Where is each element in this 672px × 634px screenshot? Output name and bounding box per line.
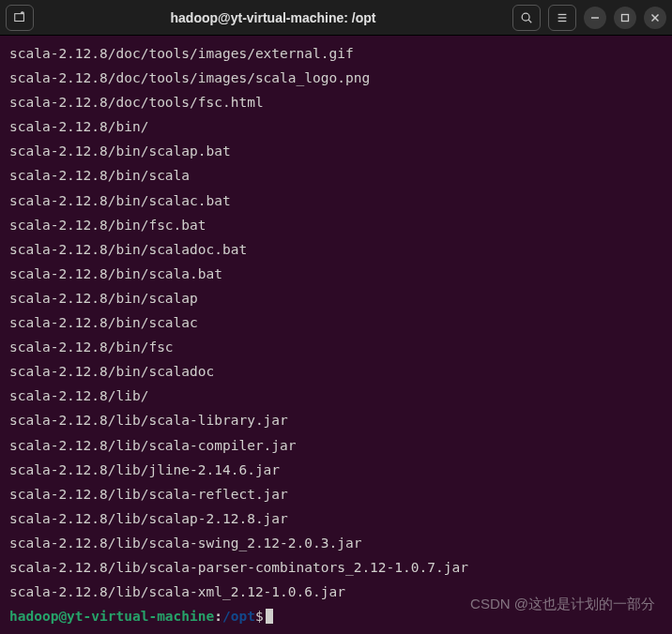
hamburger-icon	[556, 11, 569, 24]
new-tab-button[interactable]	[6, 5, 34, 31]
output-line: scala-2.12.8/bin/scalap.bat	[9, 139, 663, 163]
output-line: scala-2.12.8/bin/scaladoc.bat	[9, 237, 663, 262]
minimize-icon	[590, 13, 600, 23]
cursor	[266, 609, 273, 624]
output-line: scala-2.12.8/bin/scalac.bat	[9, 189, 663, 213]
new-tab-icon	[13, 11, 26, 24]
prompt-path: /opt	[222, 609, 255, 624]
output-line: scala-2.12.8/lib/scala-parser-combinator…	[9, 555, 663, 580]
svg-rect-0	[15, 13, 24, 21]
prompt-colon: :	[214, 609, 222, 624]
search-button[interactable]	[512, 5, 541, 31]
output-line: scala-2.12.8/bin/scala.bat	[9, 262, 663, 286]
maximize-icon	[620, 13, 630, 23]
output-line: scala-2.12.8/bin/fsc	[9, 335, 663, 359]
prompt-user-host: hadoop@yt-virtual-machine	[9, 609, 214, 624]
output-line: scala-2.12.8/bin/scalac	[9, 310, 663, 335]
output-line: scala-2.12.8/doc/tools/fsc.html	[9, 90, 663, 114]
output-line: scala-2.12.8/doc/tools/images/scala_logo…	[9, 66, 663, 90]
output-line: scala-2.12.8/lib/scala-reflect.jar	[9, 482, 663, 506]
output-line: scala-2.12.8/bin/fsc.bat	[9, 213, 663, 237]
terminal-area[interactable]: scala-2.12.8/doc/tools/images/external.g…	[0, 36, 672, 634]
search-icon	[520, 11, 533, 24]
minimize-button[interactable]	[584, 7, 606, 29]
output-line: scala-2.12.8/lib/scala-library.jar	[9, 408, 663, 432]
output-line: scala-2.12.8/lib/scala-xml_2.12-1.0.6.ja…	[9, 580, 663, 604]
svg-rect-9	[622, 14, 629, 21]
output-line: scala-2.12.8/bin/	[9, 114, 663, 139]
prompt-line: hadoop@yt-virtual-machine:/opt$	[9, 604, 663, 628]
output-line: scala-2.12.8/lib/scala-compiler.jar	[9, 433, 663, 458]
svg-point-3	[522, 13, 529, 21]
menu-button[interactable]	[548, 5, 576, 31]
output-line: scala-2.12.8/lib/jline-2.14.6.jar	[9, 458, 663, 482]
close-icon	[650, 13, 660, 23]
output-line: scala-2.12.8/lib/scala-swing_2.12-2.0.3.…	[9, 531, 663, 555]
titlebar-left	[6, 5, 34, 31]
output-line: scala-2.12.8/bin/scaladoc	[9, 359, 663, 384]
maximize-button[interactable]	[614, 7, 636, 29]
output-line: scala-2.12.8/bin/scalap	[9, 286, 663, 310]
titlebar-right	[512, 5, 666, 31]
output-line: scala-2.12.8/lib/scalap-2.12.8.jar	[9, 506, 663, 531]
svg-line-4	[528, 20, 531, 23]
titlebar: hadoop@yt-virtual-machine: /opt	[0, 0, 672, 36]
output-line: scala-2.12.8/doc/tools/images/external.g…	[9, 41, 663, 66]
window-title: hadoop@yt-virtual-machine: /opt	[34, 10, 512, 25]
prompt-dollar: $	[255, 609, 264, 624]
close-button[interactable]	[644, 7, 666, 29]
output-line: scala-2.12.8/bin/scala	[9, 163, 663, 188]
output-line: scala-2.12.8/lib/	[9, 384, 663, 408]
